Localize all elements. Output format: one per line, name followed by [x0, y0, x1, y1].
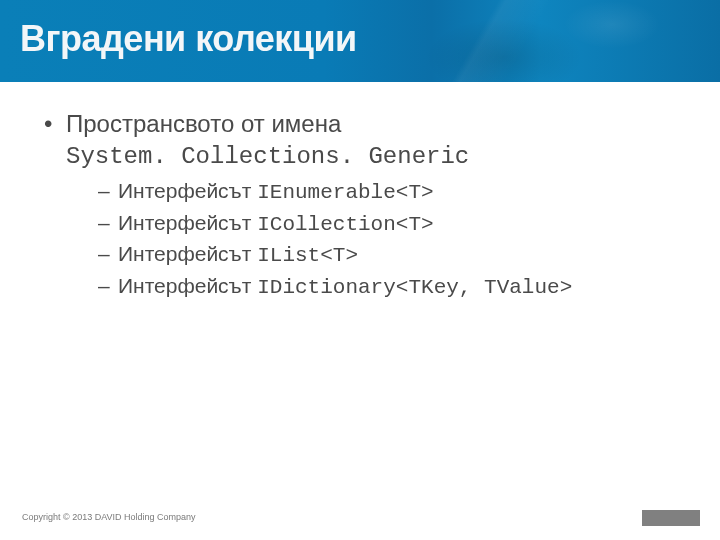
item-label: Интерфейсът — [118, 274, 257, 297]
list-item: Интерфейсът IDictionary<TKey, TValue> — [98, 271, 680, 303]
bullet-namespace-line1: Пространсвото от имена — [40, 110, 680, 139]
item-code: IDictionary<TKey, TValue> — [257, 276, 572, 299]
interface-list: Интерфейсът IEnumerable<T> Интерфейсът I… — [40, 176, 680, 303]
page-number-box — [642, 510, 700, 526]
slide-body: Пространсвото от имена System. Collectio… — [0, 82, 720, 303]
item-code: IList<T> — [257, 244, 358, 267]
bullet-namespace-code: System. Collections. Generic — [40, 143, 680, 170]
list-item: Интерфейсът IList<T> — [98, 239, 680, 271]
item-code: IEnumerable<T> — [257, 181, 433, 204]
slide-title: Вградени колекции — [20, 18, 357, 60]
item-code: ICollection<T> — [257, 213, 433, 236]
item-label: Интерфейсът — [118, 211, 257, 234]
list-item: Интерфейсът ICollection<T> — [98, 208, 680, 240]
copyright-footer: Copyright © 2013 DAVID Holding Company — [22, 512, 196, 522]
list-item: Интерфейсът IEnumerable<T> — [98, 176, 680, 208]
item-label: Интерфейсът — [118, 242, 257, 265]
item-label: Интерфейсът — [118, 179, 257, 202]
title-banner: Вградени колекции — [0, 0, 720, 82]
